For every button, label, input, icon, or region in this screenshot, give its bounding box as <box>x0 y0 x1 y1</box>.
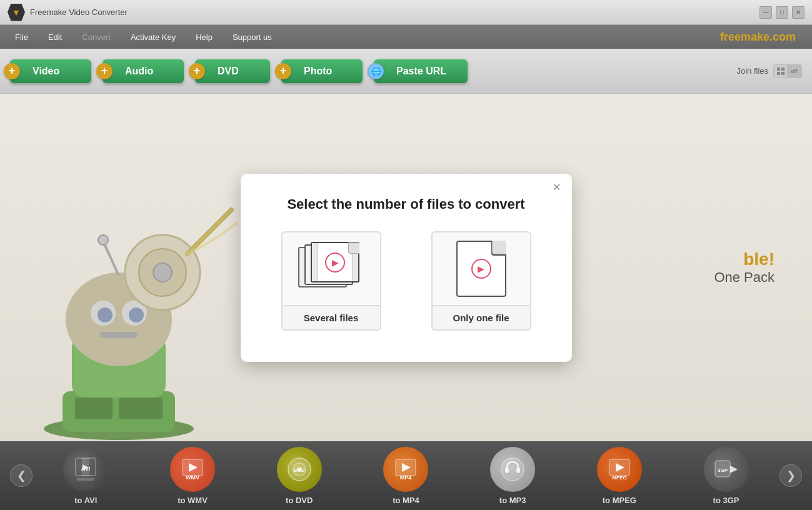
mp4-label: to MP4 <box>393 496 419 505</box>
add-photo-button[interactable]: + Photo <box>281 59 363 83</box>
several-files-option[interactable]: ▶ Several files <box>266 231 397 331</box>
svg-rect-2 <box>777 72 780 75</box>
avi-icon: AVI <box>63 447 108 492</box>
one-file-option[interactable]: ▶ Only one file <box>416 231 547 331</box>
format-item-mp4[interactable]: MP4 to MP4 <box>378 444 433 508</box>
brand-name: freemake.com <box>720 31 796 43</box>
minimize-button[interactable]: — <box>759 6 772 19</box>
format-item-mp3[interactable]: to MP3 <box>485 444 540 508</box>
dialog-overlay: ✕ Select the number of files to convert <box>0 94 812 441</box>
format-item-3gp[interactable]: 3GP to 3GP <box>699 444 754 508</box>
dialog: ✕ Select the number of files to convert <box>241 174 572 362</box>
dvd-button-label: DVD <box>218 66 239 77</box>
strip-front: ▶ <box>311 242 359 282</box>
audio-button-label: Audio <box>125 66 153 77</box>
format-next-button[interactable]: ❯ <box>779 464 802 487</box>
dvd-label: to DVD <box>286 496 313 505</box>
svg-rect-38 <box>516 468 520 473</box>
strip-corner <box>348 242 359 254</box>
brand-logo: freemake.com <box>720 31 806 44</box>
svg-text:3GP: 3GP <box>718 468 728 473</box>
menu-item-convert: Convert <box>73 29 119 45</box>
menu-bar: File Edit Convert Activate Key Help Supp… <box>0 25 812 49</box>
dvd-plus-icon: + <box>189 63 205 79</box>
single-file-icon: ▶ <box>456 241 506 297</box>
menu-item-help[interactable]: Help <box>187 29 221 45</box>
add-video-button[interactable]: + Video <box>10 59 91 83</box>
svg-rect-3 <box>781 72 784 75</box>
photo-button-label: Photo <box>304 66 332 77</box>
svg-text:MPEG: MPEG <box>612 475 627 481</box>
strip-notch-left <box>312 243 318 281</box>
format-item-avi[interactable]: AVI to AVI <box>58 444 113 508</box>
svg-text:DVD: DVD <box>294 468 304 473</box>
format-item-dvd[interactable]: DVD to DVD <box>272 444 327 508</box>
mpeg-label: to MPEG <box>603 496 636 505</box>
toggle-grid-icon <box>774 64 787 78</box>
close-button[interactable]: ✕ <box>792 6 804 19</box>
svg-rect-37 <box>505 468 509 473</box>
play-btn-single: ▶ <box>471 259 491 279</box>
avi-label: to AVI <box>74 496 97 505</box>
wmv-icon: WMV <box>170 447 215 492</box>
one-file-label: Only one file <box>431 306 531 331</box>
mp3-icon <box>490 447 535 492</box>
3gp-label: to 3GP <box>713 496 739 505</box>
wmv-label: to WMV <box>178 496 208 505</box>
video-plus-icon: + <box>4 63 20 79</box>
mp4-icon: MP4 <box>383 447 428 492</box>
several-files-icon-area: ▶ <box>281 231 381 306</box>
photo-plus-icon: + <box>275 63 291 79</box>
paste-url-button[interactable]: 🌐 Paste URL <box>374 59 468 83</box>
dvd-icon: DVD <box>277 447 322 492</box>
format-item-mpeg[interactable]: MPEG to MPEG <box>592 444 647 508</box>
window-controls: — □ ✕ <box>759 6 804 19</box>
svg-marker-43 <box>730 466 738 473</box>
svg-text:WMV: WMV <box>186 474 199 481</box>
title-bar-left: ▼ Freemake Video Converter <box>8 4 128 21</box>
3gp-icon: 3GP <box>704 447 749 492</box>
join-files-label: Join files <box>736 66 768 76</box>
add-dvd-button[interactable]: + DVD <box>195 59 270 83</box>
format-item-wmv[interactable]: WMV to WMV <box>165 444 220 508</box>
svg-text:MP4: MP4 <box>400 474 412 481</box>
join-files-toggle[interactable]: off <box>773 64 802 78</box>
menu-item-file[interactable]: File <box>6 29 37 45</box>
add-audio-button[interactable]: + Audio <box>103 59 184 83</box>
title-bar: ▼ Freemake Video Converter — □ ✕ <box>0 0 812 25</box>
video-button-label: Video <box>33 66 59 77</box>
paste-url-label: Paste URL <box>396 66 446 77</box>
audio-plus-icon: + <box>96 63 113 79</box>
title-text: Freemake Video Converter <box>30 8 128 17</box>
format-bar: ❮ AVI to AVI WMV <box>0 441 812 510</box>
play-btn-multi: ▶ <box>325 252 345 272</box>
menu-item-activate[interactable]: Activate Key <box>122 29 184 45</box>
mpeg-icon: MPEG <box>597 447 642 492</box>
menu-items: File Edit Convert Activate Key Help Supp… <box>6 29 281 45</box>
main-area: ble! One Pack ✕ Select the number of fil… <box>0 94 812 441</box>
restore-button[interactable]: □ <box>776 6 788 19</box>
svg-rect-22 <box>89 458 96 476</box>
globe-icon: 🌐 <box>368 63 384 79</box>
menu-item-edit[interactable]: Edit <box>39 29 71 45</box>
dialog-options: ▶ Several files ▶ Only one file <box>266 231 547 331</box>
several-files-label: Several files <box>281 306 381 331</box>
toggle-off-label: off <box>787 64 801 78</box>
file-corner <box>492 241 506 254</box>
toolbar: + Video + Audio + DVD + Photo 🌐 Paste UR… <box>0 49 812 94</box>
format-items: AVI to AVI WMV to WMV <box>33 444 779 508</box>
svg-rect-1 <box>781 68 784 71</box>
one-file-icon-area: ▶ <box>431 231 531 306</box>
menu-item-support[interactable]: Support us <box>224 29 281 45</box>
mp3-label: to MP3 <box>499 496 526 505</box>
svg-rect-25 <box>77 478 94 481</box>
dialog-title: Select the number of files to convert <box>266 196 547 212</box>
dialog-close-button[interactable]: ✕ <box>551 181 563 194</box>
join-files: Join files off <box>736 64 802 78</box>
several-files-icon: ▶ <box>298 242 364 295</box>
svg-rect-0 <box>777 68 780 71</box>
app-logo: ▼ <box>8 4 25 21</box>
format-prev-button[interactable]: ❮ <box>10 464 33 487</box>
